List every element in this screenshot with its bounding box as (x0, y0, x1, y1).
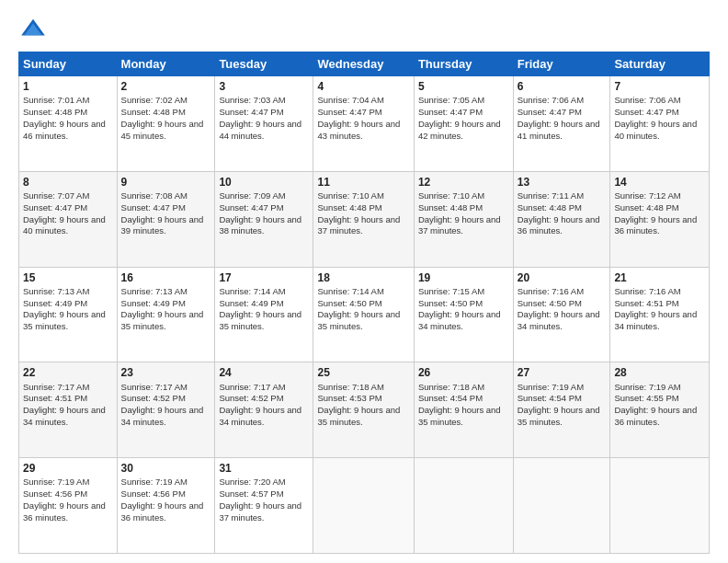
day-header-friday: Friday (513, 52, 610, 76)
calendar-cell: 20Sunrise: 7:16 AMSunset: 4:50 PMDayligh… (513, 267, 610, 362)
calendar-cell (513, 458, 610, 554)
sunrise-label: Sunrise: 7:09 AM (219, 190, 285, 201)
day-number: 7 (614, 79, 705, 94)
daylight-label: Daylight: 9 hours and 37 minutes. (317, 214, 400, 236)
day-number: 23 (121, 365, 211, 380)
day-number: 9 (121, 175, 211, 190)
sunset-label: Sunset: 4:48 PM (23, 107, 87, 117)
sunset-label: Sunset: 4:47 PM (219, 107, 283, 117)
sunset-label: Sunset: 4:52 PM (121, 393, 186, 403)
day-number: 18 (317, 270, 409, 285)
daylight-label: Daylight: 9 hours and 36 minutes. (614, 214, 697, 236)
sunrise-label: Sunrise: 7:05 AM (418, 95, 484, 105)
calendar-cell: 7Sunrise: 7:06 AMSunset: 4:47 PMDaylight… (610, 76, 710, 172)
sunset-label: Sunset: 4:48 PM (121, 107, 186, 117)
calendar-cell: 9Sunrise: 7:08 AMSunset: 4:47 PMDaylight… (117, 171, 215, 267)
calendar-cell: 22Sunrise: 7:17 AMSunset: 4:51 PMDayligh… (19, 362, 118, 458)
calendar-cell: 10Sunrise: 7:09 AMSunset: 4:47 PMDayligh… (215, 171, 313, 267)
sunset-label: Sunset: 4:49 PM (219, 298, 283, 308)
sunrise-label: Sunrise: 7:06 AM (518, 95, 584, 105)
week-row-4: 22Sunrise: 7:17 AMSunset: 4:51 PMDayligh… (19, 362, 710, 458)
day-number: 11 (317, 175, 409, 190)
day-number: 21 (614, 270, 705, 285)
sunset-label: Sunset: 4:48 PM (418, 202, 483, 213)
day-number: 15 (23, 270, 113, 285)
calendar-cell (313, 458, 414, 554)
sunrise-label: Sunrise: 7:16 AM (518, 286, 584, 296)
calendar-cell: 19Sunrise: 7:15 AMSunset: 4:50 PMDayligh… (414, 267, 513, 362)
daylight-label: Daylight: 9 hours and 34 minutes. (121, 405, 204, 427)
day-number: 5 (418, 79, 509, 94)
sunset-label: Sunset: 4:51 PM (614, 298, 678, 308)
calendar-cell: 27Sunrise: 7:19 AMSunset: 4:54 PMDayligh… (513, 362, 610, 458)
day-number: 2 (121, 79, 211, 94)
sunrise-label: Sunrise: 7:08 AM (121, 190, 188, 201)
sunrise-label: Sunrise: 7:19 AM (518, 382, 584, 392)
daylight-label: Daylight: 9 hours and 35 minutes. (317, 309, 400, 331)
sunset-label: Sunset: 4:47 PM (614, 107, 678, 117)
daylight-label: Daylight: 9 hours and 37 minutes. (418, 214, 501, 236)
calendar-header-row: SundayMondayTuesdayWednesdayThursdayFrid… (19, 52, 710, 76)
calendar-cell: 15Sunrise: 7:13 AMSunset: 4:49 PMDayligh… (19, 267, 118, 362)
sunset-label: Sunset: 4:47 PM (121, 202, 186, 213)
day-number: 20 (518, 270, 607, 285)
day-number: 13 (518, 175, 607, 190)
day-number: 19 (418, 270, 509, 285)
daylight-label: Daylight: 9 hours and 36 minutes. (23, 500, 106, 523)
sunset-label: Sunset: 4:47 PM (418, 107, 483, 117)
sunset-label: Sunset: 4:49 PM (121, 298, 186, 308)
calendar-cell: 11Sunrise: 7:10 AMSunset: 4:48 PMDayligh… (313, 171, 414, 267)
day-number: 17 (219, 270, 309, 285)
daylight-label: Daylight: 9 hours and 34 minutes. (614, 309, 697, 331)
day-number: 24 (219, 365, 309, 380)
calendar-cell: 18Sunrise: 7:14 AMSunset: 4:50 PMDayligh… (313, 267, 414, 362)
sunset-label: Sunset: 4:48 PM (614, 202, 678, 213)
week-row-2: 8Sunrise: 7:07 AMSunset: 4:47 PMDaylight… (19, 171, 710, 267)
daylight-label: Daylight: 9 hours and 34 minutes. (23, 405, 106, 427)
daylight-label: Daylight: 9 hours and 43 minutes. (317, 119, 400, 141)
sunset-label: Sunset: 4:55 PM (614, 393, 678, 403)
daylight-label: Daylight: 9 hours and 35 minutes. (418, 405, 501, 427)
calendar-cell: 24Sunrise: 7:17 AMSunset: 4:52 PMDayligh… (215, 362, 313, 458)
calendar-table: SundayMondayTuesdayWednesdayThursdayFrid… (18, 52, 710, 554)
sunrise-label: Sunrise: 7:19 AM (614, 382, 680, 392)
day-number: 28 (614, 365, 705, 380)
sunset-label: Sunset: 4:54 PM (418, 393, 483, 403)
day-header-monday: Monday (117, 52, 215, 76)
calendar-cell: 14Sunrise: 7:12 AMSunset: 4:48 PMDayligh… (610, 171, 710, 267)
day-number: 25 (317, 365, 409, 380)
daylight-label: Daylight: 9 hours and 38 minutes. (219, 214, 301, 236)
calendar-cell: 17Sunrise: 7:14 AMSunset: 4:49 PMDayligh… (215, 267, 313, 362)
sunrise-label: Sunrise: 7:17 AM (121, 382, 188, 392)
daylight-label: Daylight: 9 hours and 36 minutes. (614, 405, 697, 427)
day-number: 12 (418, 175, 509, 190)
daylight-label: Daylight: 9 hours and 42 minutes. (418, 119, 501, 141)
daylight-label: Daylight: 9 hours and 46 minutes. (23, 119, 106, 141)
sunset-label: Sunset: 4:56 PM (121, 488, 186, 499)
daylight-label: Daylight: 9 hours and 39 minutes. (121, 214, 204, 236)
sunset-label: Sunset: 4:54 PM (518, 393, 582, 403)
day-number: 16 (121, 270, 211, 285)
calendar-cell: 16Sunrise: 7:13 AMSunset: 4:49 PMDayligh… (117, 267, 215, 362)
daylight-label: Daylight: 9 hours and 45 minutes. (121, 119, 204, 141)
calendar-cell: 3Sunrise: 7:03 AMSunset: 4:47 PMDaylight… (215, 76, 313, 172)
sunset-label: Sunset: 4:48 PM (317, 202, 381, 213)
sunrise-label: Sunrise: 7:19 AM (23, 477, 89, 487)
header (18, 15, 710, 44)
daylight-label: Daylight: 9 hours and 34 minutes. (219, 405, 301, 427)
calendar-cell: 23Sunrise: 7:17 AMSunset: 4:52 PMDayligh… (117, 362, 215, 458)
calendar-cell: 26Sunrise: 7:18 AMSunset: 4:54 PMDayligh… (414, 362, 513, 458)
sunset-label: Sunset: 4:50 PM (518, 298, 582, 308)
week-row-1: 1Sunrise: 7:01 AMSunset: 4:48 PMDaylight… (19, 76, 710, 172)
calendar-cell: 29Sunrise: 7:19 AMSunset: 4:56 PMDayligh… (19, 458, 118, 554)
calendar-cell: 13Sunrise: 7:11 AMSunset: 4:48 PMDayligh… (513, 171, 610, 267)
sunrise-label: Sunrise: 7:18 AM (418, 382, 484, 392)
sunset-label: Sunset: 4:47 PM (518, 107, 582, 117)
daylight-label: Daylight: 9 hours and 41 minutes. (518, 119, 600, 141)
sunrise-label: Sunrise: 7:02 AM (121, 95, 188, 105)
logo (18, 15, 51, 44)
calendar-cell: 1Sunrise: 7:01 AMSunset: 4:48 PMDaylight… (19, 76, 118, 172)
sunset-label: Sunset: 4:47 PM (23, 202, 87, 213)
calendar-cell: 28Sunrise: 7:19 AMSunset: 4:55 PMDayligh… (610, 362, 710, 458)
calendar-cell (610, 458, 710, 554)
